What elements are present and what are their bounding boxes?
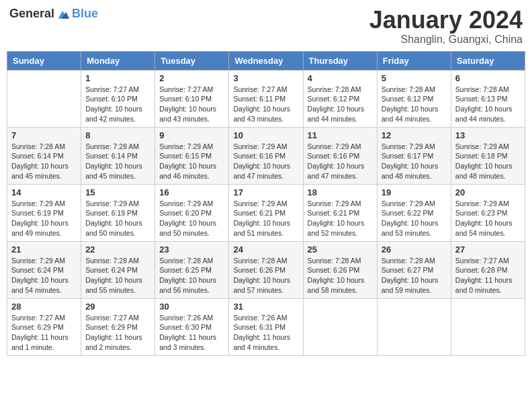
calendar-cell: 2Sunrise: 7:27 AMSunset: 6:10 PMDaylight…	[155, 70, 229, 127]
calendar-cell: 14Sunrise: 7:29 AMSunset: 6:19 PMDayligh…	[7, 184, 81, 241]
day-number: 26	[382, 244, 447, 255]
day-number: 8	[85, 130, 150, 140]
day-info: Sunrise: 7:27 AMSunset: 6:29 PMDaylight:…	[85, 313, 150, 353]
day-info: Sunrise: 7:29 AMSunset: 6:24 PMDaylight:…	[11, 256, 77, 295]
day-number: 20	[455, 187, 521, 197]
calendar-cell: 20Sunrise: 7:29 AMSunset: 6:23 PMDayligh…	[451, 184, 525, 241]
calendar-cell: 6Sunrise: 7:28 AMSunset: 6:13 PMDaylight…	[451, 70, 525, 127]
calendar-cell	[377, 298, 451, 355]
calendar-cell: 23Sunrise: 7:28 AMSunset: 6:25 PMDayligh…	[155, 241, 229, 298]
calendar-cell: 27Sunrise: 7:27 AMSunset: 6:28 PMDayligh…	[451, 241, 525, 298]
day-number: 5	[382, 73, 447, 83]
day-number: 18	[308, 187, 373, 197]
day-info: Sunrise: 7:28 AMSunset: 6:14 PMDaylight:…	[85, 142, 150, 181]
day-number: 9	[159, 130, 224, 140]
day-info: Sunrise: 7:29 AMSunset: 6:21 PMDaylight:…	[308, 199, 373, 238]
day-number: 12	[382, 130, 447, 140]
day-number: 1	[85, 73, 150, 83]
month-title: January 2024	[369, 7, 523, 34]
calendar-cell	[7, 70, 81, 127]
calendar-cell: 16Sunrise: 7:29 AMSunset: 6:20 PMDayligh…	[155, 184, 229, 241]
calendar-cell: 4Sunrise: 7:28 AMSunset: 6:12 PMDaylight…	[303, 70, 377, 127]
weekday-header-wednesday: Wednesday	[229, 51, 303, 70]
calendar-cell: 15Sunrise: 7:29 AMSunset: 6:19 PMDayligh…	[81, 184, 155, 241]
day-info: Sunrise: 7:28 AMSunset: 6:25 PMDaylight:…	[159, 256, 224, 295]
calendar-cell: 12Sunrise: 7:29 AMSunset: 6:17 PMDayligh…	[377, 127, 451, 184]
location-title: Shanglin, Guangxi, China	[369, 34, 523, 46]
calendar-cell: 22Sunrise: 7:28 AMSunset: 6:24 PMDayligh…	[81, 241, 155, 298]
calendar-cell	[451, 298, 525, 355]
calendar-cell	[303, 298, 377, 355]
logo-general: General	[9, 7, 54, 21]
day-info: Sunrise: 7:28 AMSunset: 6:12 PMDaylight:…	[382, 85, 447, 124]
weekday-header-monday: Monday	[81, 51, 155, 70]
day-info: Sunrise: 7:29 AMSunset: 6:17 PMDaylight:…	[382, 142, 447, 181]
calendar-cell: 9Sunrise: 7:29 AMSunset: 6:15 PMDaylight…	[155, 127, 229, 184]
logo-blue: Blue	[72, 7, 98, 21]
calendar-cell: 5Sunrise: 7:28 AMSunset: 6:12 PMDaylight…	[377, 70, 451, 127]
day-number: 23	[159, 244, 224, 255]
day-info: Sunrise: 7:28 AMSunset: 6:27 PMDaylight:…	[382, 256, 447, 295]
calendar-cell: 1Sunrise: 7:27 AMSunset: 6:10 PMDaylight…	[81, 70, 155, 127]
day-number: 11	[308, 130, 373, 140]
day-info: Sunrise: 7:27 AMSunset: 6:29 PMDaylight:…	[11, 313, 77, 353]
day-number: 30	[159, 302, 224, 312]
day-info: Sunrise: 7:26 AMSunset: 6:31 PMDaylight:…	[233, 313, 298, 353]
day-number: 28	[11, 302, 77, 312]
calendar-cell: 19Sunrise: 7:29 AMSunset: 6:22 PMDayligh…	[377, 184, 451, 241]
day-number: 3	[233, 73, 298, 83]
day-info: Sunrise: 7:29 AMSunset: 6:15 PMDaylight:…	[159, 142, 224, 181]
day-number: 29	[85, 302, 150, 312]
day-number: 16	[159, 187, 224, 197]
header: General Blue January 2024 Shanglin, Guan…	[7, 7, 525, 46]
calendar-cell: 26Sunrise: 7:28 AMSunset: 6:27 PMDayligh…	[377, 241, 451, 298]
day-info: Sunrise: 7:28 AMSunset: 6:14 PMDaylight:…	[11, 142, 77, 181]
weekday-header-thursday: Thursday	[303, 51, 377, 70]
day-number: 10	[233, 130, 298, 140]
day-number: 31	[233, 302, 298, 312]
day-info: Sunrise: 7:29 AMSunset: 6:23 PMDaylight:…	[455, 199, 521, 238]
day-number: 17	[233, 187, 298, 197]
calendar-cell: 10Sunrise: 7:29 AMSunset: 6:16 PMDayligh…	[229, 127, 303, 184]
day-info: Sunrise: 7:28 AMSunset: 6:12 PMDaylight:…	[308, 85, 373, 124]
title-section: January 2024 Shanglin, Guangxi, China	[369, 7, 523, 46]
calendar-cell: 24Sunrise: 7:28 AMSunset: 6:26 PMDayligh…	[229, 241, 303, 298]
day-info: Sunrise: 7:27 AMSunset: 6:10 PMDaylight:…	[159, 85, 224, 124]
calendar-cell: 18Sunrise: 7:29 AMSunset: 6:21 PMDayligh…	[303, 184, 377, 241]
weekday-header-friday: Friday	[377, 51, 451, 70]
day-number: 13	[455, 130, 521, 140]
weekday-header-sunday: Sunday	[7, 51, 81, 70]
calendar-cell: 21Sunrise: 7:29 AMSunset: 6:24 PMDayligh…	[7, 241, 81, 298]
day-info: Sunrise: 7:29 AMSunset: 6:21 PMDaylight:…	[233, 199, 298, 238]
day-info: Sunrise: 7:28 AMSunset: 6:26 PMDaylight:…	[308, 256, 373, 295]
day-number: 14	[11, 187, 77, 197]
day-number: 21	[11, 244, 77, 255]
day-number: 6	[455, 73, 521, 83]
day-info: Sunrise: 7:27 AMSunset: 6:10 PMDaylight:…	[85, 85, 150, 124]
calendar-cell: 7Sunrise: 7:28 AMSunset: 6:14 PMDaylight…	[7, 127, 81, 184]
day-info: Sunrise: 7:29 AMSunset: 6:22 PMDaylight:…	[382, 199, 447, 238]
logo-icon	[57, 7, 71, 21]
day-info: Sunrise: 7:29 AMSunset: 6:16 PMDaylight:…	[308, 142, 373, 181]
calendar: SundayMondayTuesdayWednesdayThursdayFrid…	[7, 51, 525, 356]
weekday-header-tuesday: Tuesday	[155, 51, 229, 70]
day-info: Sunrise: 7:29 AMSunset: 6:16 PMDaylight:…	[233, 142, 298, 181]
day-info: Sunrise: 7:29 AMSunset: 6:20 PMDaylight:…	[159, 199, 224, 238]
logo: General Blue	[9, 7, 98, 21]
day-info: Sunrise: 7:28 AMSunset: 6:13 PMDaylight:…	[455, 85, 521, 124]
calendar-cell: 25Sunrise: 7:28 AMSunset: 6:26 PMDayligh…	[303, 241, 377, 298]
day-info: Sunrise: 7:29 AMSunset: 6:19 PMDaylight:…	[11, 199, 77, 238]
day-info: Sunrise: 7:26 AMSunset: 6:30 PMDaylight:…	[159, 313, 224, 353]
calendar-cell: 11Sunrise: 7:29 AMSunset: 6:16 PMDayligh…	[303, 127, 377, 184]
day-number: 22	[85, 244, 150, 255]
calendar-cell: 30Sunrise: 7:26 AMSunset: 6:30 PMDayligh…	[155, 298, 229, 355]
calendar-cell: 13Sunrise: 7:29 AMSunset: 6:18 PMDayligh…	[451, 127, 525, 184]
day-number: 24	[233, 244, 298, 255]
day-info: Sunrise: 7:28 AMSunset: 6:26 PMDaylight:…	[233, 256, 298, 295]
day-number: 2	[159, 73, 224, 83]
day-info: Sunrise: 7:29 AMSunset: 6:19 PMDaylight:…	[85, 199, 150, 238]
calendar-cell: 28Sunrise: 7:27 AMSunset: 6:29 PMDayligh…	[7, 298, 81, 355]
day-info: Sunrise: 7:29 AMSunset: 6:18 PMDaylight:…	[455, 142, 521, 181]
day-info: Sunrise: 7:27 AMSunset: 6:28 PMDaylight:…	[455, 256, 521, 295]
calendar-cell: 31Sunrise: 7:26 AMSunset: 6:31 PMDayligh…	[229, 298, 303, 355]
